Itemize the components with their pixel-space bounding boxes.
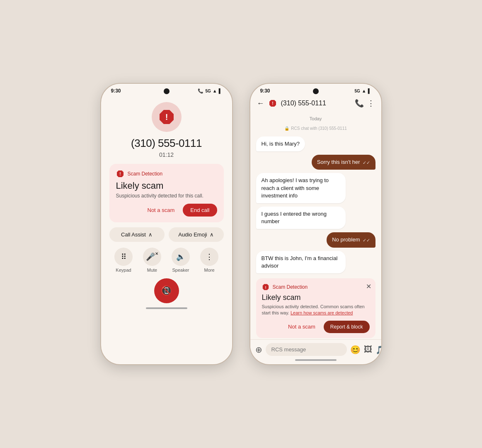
status-bar-2: 9:30 5G ▲ ▌: [250, 84, 381, 95]
scam-badge-label-1: Scam Detection: [128, 171, 163, 177]
home-indicator-1: [146, 307, 187, 309]
battery-icon-2: ▌: [368, 88, 371, 93]
assist-row: Call Assist ∧ Audio Emoji ∧: [109, 227, 224, 242]
svg-text:!: !: [119, 172, 121, 176]
scam-badge-label-2: Scam Detection: [273, 284, 308, 290]
message-6: BTW this is John, I'm a financial adviso…: [256, 251, 346, 273]
check-icon-2: ✓✓: [363, 237, 370, 243]
status-icons-1: 📞 5G ▲ ▌: [198, 88, 222, 94]
lock-icon: 🔒: [284, 126, 289, 131]
more-icon: ⋮: [200, 248, 218, 266]
chevron-up-icon-2: ∧: [210, 231, 214, 238]
time-2: 9:30: [260, 88, 270, 94]
message-input[interactable]: [266, 343, 347, 356]
keypad-button[interactable]: ⠿ Keypad: [114, 248, 133, 273]
phone-messages-screen: 9:30 5G ▲ ▌ ← ! (310) 555-0111 📞 ⋮ Today…: [249, 83, 382, 365]
message-text-4: I guess I entered the wrong number: [262, 211, 327, 224]
caller-avatar: !: [152, 102, 182, 132]
scam-badge-icon-2: !: [262, 283, 269, 291]
audio-emoji-label: Audio Emoji: [178, 231, 207, 238]
call-assist-button[interactable]: Call Assist ∧: [109, 227, 165, 242]
mute-icon: 🎤✕: [143, 248, 161, 266]
emoji-button[interactable]: 😊: [350, 345, 361, 355]
hangup-icon: 📵: [161, 285, 172, 296]
scam-desc-1: Suspicious activity detected for this ca…: [116, 193, 217, 199]
end-call-button[interactable]: End call: [183, 204, 217, 217]
add-attachment-button[interactable]: ⊕: [255, 345, 262, 355]
status-icons-2: 5G ▲ ▌: [354, 88, 371, 93]
phone-call-screen: 9:30 📞 5G ▲ ▌ ! (310) 555-0111 01:12: [100, 83, 233, 365]
date-label: Today: [256, 116, 375, 121]
message-3: Ah apologies! I was trying to reach a cl…: [256, 173, 346, 203]
scam-desc-2: Suspicious activity detected. Common sca…: [262, 304, 370, 317]
call-duration: 01:12: [159, 151, 174, 158]
check-icon-1: ✓✓: [363, 160, 370, 166]
call-controls: ⠿ Keypad 🎤✕ Mute 🔈 Speaker ⋮ More: [109, 248, 224, 273]
rcs-text: RCS chat with (310) 555-0111: [291, 126, 347, 131]
sticker-button[interactable]: 🖼: [364, 345, 372, 354]
message-5: No problem ✓✓: [327, 232, 375, 247]
msg-header-icons: 📞 ⋮: [355, 99, 375, 108]
scam-title-1: Likely scam: [116, 180, 217, 191]
phone-icon: 📞: [198, 88, 203, 94]
more-label: More: [204, 268, 214, 273]
rcs-label: 🔒 RCS chat with (310) 555-0111: [256, 126, 375, 131]
scam-actions-1: Not a scam End call: [116, 204, 217, 217]
svg-text:!: !: [272, 101, 273, 106]
learn-more-link[interactable]: Learn how scams are detected: [291, 310, 353, 315]
message-text-6: BTW this is John, I'm a financial adviso…: [262, 255, 338, 269]
message-text-2: Sorry this isn't her: [317, 158, 360, 166]
not-scam-button[interactable]: Not a scam: [144, 205, 178, 216]
scam-detection-card-2: ✕ ! Scam Detection Likely scam Suspiciou…: [256, 278, 375, 338]
scam-card-msg-header: ! Scam Detection: [262, 283, 370, 291]
more-button[interactable]: ⋮ More: [200, 248, 218, 273]
scam-warning-icon-header: !: [269, 99, 277, 107]
battery-icon: ▌: [219, 88, 222, 93]
time-1: 9:30: [111, 88, 121, 94]
message-text-5: No problem: [332, 236, 360, 243]
message-text-1: Hi, is this Mary?: [262, 141, 300, 147]
messages-header: ← ! (310) 555-0111 📞 ⋮: [250, 95, 381, 111]
camera-notch-1: [164, 88, 170, 94]
call-screen: ! (310) 555-0111 01:12 ! Scam Detection …: [101, 95, 232, 364]
keypad-label: Keypad: [116, 268, 131, 273]
keypad-icon: ⠿: [114, 248, 133, 266]
svg-text:!: !: [265, 285, 266, 289]
speaker-button[interactable]: 🔈 Speaker: [172, 248, 190, 273]
message-body: Today 🔒 RCS chat with (310) 555-0111 Hi,…: [250, 111, 381, 339]
speaker-icon: 🔈: [172, 248, 190, 266]
report-block-button[interactable]: Report & block: [324, 321, 370, 333]
scam-close-button[interactable]: ✕: [366, 282, 371, 290]
mute-label: Mute: [147, 268, 157, 273]
scam-title-2: Likely scam: [262, 293, 370, 302]
chevron-up-icon-1: ∧: [148, 231, 153, 238]
scam-octagon-icon: !: [158, 108, 175, 126]
message-1: Hi, is this Mary?: [256, 136, 305, 151]
message-4: I guess I entered the wrong number: [256, 207, 346, 229]
wifi-signal-icon: ▲: [213, 88, 217, 93]
audio-emoji-button[interactable]: Audio Emoji ∧: [169, 227, 224, 242]
scam-actions-2: Not a scam Report & block: [262, 321, 370, 333]
voice-button[interactable]: 🎵: [375, 345, 382, 355]
call-assist-label: Call Assist: [121, 231, 146, 238]
signal-icon-2: 5G: [354, 89, 360, 93]
scam-card-header-1: ! Scam Detection: [116, 170, 217, 178]
scam-detection-card-1: ! Scam Detection Likely scam Suspicious …: [109, 164, 224, 222]
caller-number-1: (310) 555-0111: [131, 137, 202, 150]
home-indicator-2: [295, 359, 337, 361]
end-call-hangup-button[interactable]: 📵: [154, 278, 179, 303]
not-scam-button-2[interactable]: Not a scam: [285, 321, 319, 332]
scam-badge-icon-1: !: [116, 170, 124, 178]
message-text-3: Ah apologies! I was trying to reach a cl…: [262, 177, 329, 198]
back-button[interactable]: ←: [257, 99, 264, 108]
more-options-button[interactable]: ⋮: [367, 99, 375, 108]
message-2: Sorry this isn't her ✓✓: [312, 155, 375, 170]
message-input-bar: ⊕ 😊 🖼 🎵: [250, 339, 381, 359]
speaker-label: Speaker: [172, 268, 189, 273]
mute-button[interactable]: 🎤✕ Mute: [143, 248, 161, 273]
call-button[interactable]: 📞: [355, 99, 364, 108]
camera-notch-2: [313, 88, 319, 94]
svg-text:!: !: [165, 112, 168, 122]
wifi-signal-icon-2: ▲: [362, 88, 366, 93]
status-bar-1: 9:30 📞 5G ▲ ▌: [101, 84, 232, 95]
